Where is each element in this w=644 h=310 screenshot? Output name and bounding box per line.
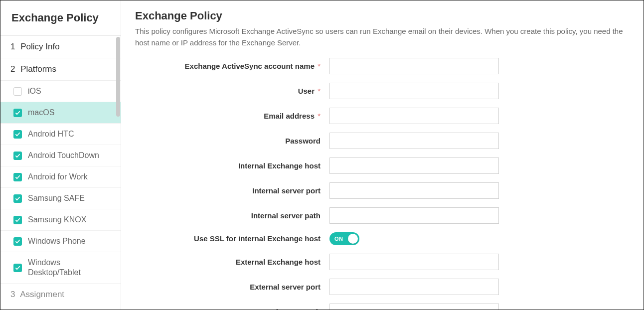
form-label: Internal server path [135,211,329,220]
form-label-text: Email address [264,112,315,120]
external-exchange-host-input[interactable] [329,254,499,270]
form-label: User * [135,87,329,95]
form-label-text: External Exchange host [236,258,321,266]
platform-label: macOS [28,108,54,118]
sidebar: Exchange Policy 1 Policy Info 2 Platform… [0,0,121,310]
internal-server-port-input[interactable] [329,182,499,199]
platform-label: Android HTC [28,129,74,139]
form-label: Internal Exchange host [135,161,329,170]
platform-item-android-for-work[interactable]: Android for Work [0,166,121,188]
page-description: This policy configures Microsoft Exchang… [135,25,630,49]
toggle-knob-icon [348,234,358,244]
step-label: Policy Info [20,42,59,51]
form-row: External Exchange host [135,254,630,270]
step-label: Assignment [20,290,64,299]
step-assignment[interactable]: 3 Assignment [0,284,121,306]
platform-label: Samsung SAFE [28,193,85,203]
step-number: 1 [10,42,15,51]
page-title: Exchange Policy [135,9,630,22]
platform-item-samsung-knox[interactable]: Samsung KNOX [0,209,121,231]
form-label-text: Password [285,137,321,145]
platform-item-android-touchdown[interactable]: Android TouchDown [0,145,121,166]
checkbox-checked-icon[interactable] [13,237,22,246]
platform-item-macos[interactable]: macOS [0,102,121,124]
form-label: Email address * [135,112,329,120]
form-row: Email address * [135,108,630,124]
step-number: 2 [10,64,15,74]
step-label: Platforms [20,64,56,74]
form-label: Use SSL for internal Exchange host [135,234,329,243]
step-platforms[interactable]: 2 Platforms [0,58,121,81]
form-label: Exchange ActiveSync account name * [135,62,329,70]
exchange-activesync-account-name-input[interactable] [329,58,499,74]
form: Exchange ActiveSync account name *User *… [135,58,630,310]
form-row: External server path [135,304,630,310]
toggle-ssl-internal[interactable]: ON [329,232,359,245]
form-label-text: Internal Exchange host [238,161,321,170]
checkbox-checked-icon[interactable] [13,152,22,160]
form-label: External Exchange host [135,258,329,266]
external-server-port-input[interactable] [329,279,499,295]
form-label-text: External server path [249,308,321,310]
form-label-text: Internal server port [252,186,321,195]
platform-label: Windows Desktop/Tablet [28,258,113,278]
platform-label: Samsung KNOX [28,215,86,225]
scrollbar-track[interactable] [116,36,121,310]
form-row: Exchange ActiveSync account name * [135,58,630,74]
checkbox-unchecked-icon[interactable] [13,87,22,96]
platform-item-windows-desktop-tablet[interactable]: Windows Desktop/Tablet [0,252,121,284]
sidebar-scroll: 1 Policy Info 2 Platforms iOSmacOSAndroi… [0,36,121,310]
checkbox-checked-icon[interactable] [13,264,22,272]
form-label: External server path [135,308,329,310]
app-root: Exchange Policy 1 Policy Info 2 Platform… [0,0,644,310]
platform-item-samsung-safe[interactable]: Samsung SAFE [0,188,121,209]
required-indicator: * [316,87,321,95]
checkbox-checked-icon[interactable] [13,216,22,224]
toggle-label: ON [334,236,343,242]
platform-item-ios[interactable]: iOS [0,81,121,102]
form-row: User * [135,83,630,99]
form-label-text: External server port [250,283,321,291]
user-input[interactable] [329,83,499,99]
step-number: 3 [10,290,15,299]
sidebar-title: Exchange Policy [0,0,121,36]
checkbox-checked-icon[interactable] [13,109,22,117]
internal-exchange-host-input[interactable] [329,157,499,174]
form-row: Internal server path [135,207,630,224]
form-label: Password [135,137,329,145]
password-input[interactable] [329,133,499,149]
scrollbar-thumb[interactable] [116,37,120,117]
required-indicator: * [316,112,321,120]
platform-label: Windows Phone [28,236,86,246]
form-row: Password [135,133,630,149]
form-label: Internal server port [135,186,329,195]
form-label-text: User [298,87,315,95]
platform-item-windows-phone[interactable]: Windows Phone [0,231,121,252]
form-row: Internal server port [135,182,630,199]
platform-list: iOSmacOSAndroid HTCAndroid TouchDownAndr… [0,81,121,284]
form-label-text: Exchange ActiveSync account name [185,62,315,70]
form-row: Internal Exchange host [135,157,630,174]
checkbox-checked-icon[interactable] [13,130,22,139]
internal-server-path-input[interactable] [329,207,499,224]
platform-item-android-htc[interactable]: Android HTC [0,124,121,145]
form-label-text: Use SSL for internal Exchange host [194,234,321,243]
form-row: External server port [135,279,630,295]
main-panel: Exchange Policy This policy configures M… [121,0,644,310]
platform-label: Android TouchDown [28,151,99,160]
checkbox-checked-icon[interactable] [13,194,22,203]
required-indicator: * [316,62,321,70]
platform-label: iOS [28,86,41,96]
step-policy-info[interactable]: 1 Policy Info [0,36,121,58]
email-address-input[interactable] [329,108,499,124]
form-row: Use SSL for internal Exchange hostON [135,232,630,245]
checkbox-checked-icon[interactable] [13,173,22,181]
platform-label: Android for Work [28,172,88,182]
form-label-text: Internal server path [251,211,321,220]
form-label: External server port [135,283,329,291]
external-server-path-input[interactable] [329,304,499,310]
